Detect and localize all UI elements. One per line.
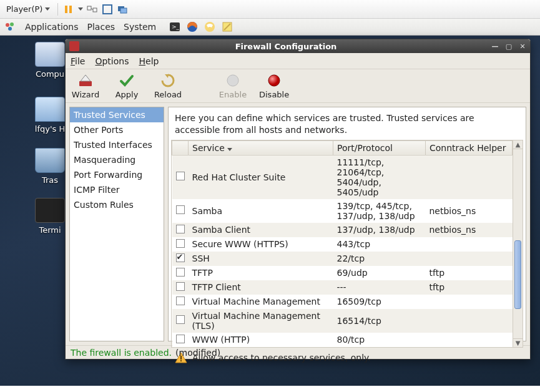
reload-icon [160, 72, 176, 89]
cell-helper: tftp [426, 266, 513, 280]
sidebar-item-icmp-filter[interactable]: ICMP Filter [70, 182, 164, 197]
toolbar: Wizard Apply Reload Enable Disable [66, 69, 530, 103]
svg-point-16 [227, 75, 238, 86]
svg-rect-6 [120, 8, 127, 13]
cell-port: --- [333, 280, 426, 295]
enable-button: Enable [218, 72, 248, 99]
toolbar-label: Reload [154, 90, 182, 99]
table-row[interactable]: Virtual Machine Management16509/tcp [172, 295, 513, 309]
cell-port: 69/udp [333, 266, 426, 280]
table-row[interactable]: WWW (HTTP)80/tcp [172, 333, 513, 347]
wizard-button[interactable]: Wizard [71, 72, 101, 99]
disable-button[interactable]: Disable [259, 72, 289, 99]
toolbar-label: Wizard [72, 90, 99, 99]
service-checkbox[interactable] [176, 172, 185, 180]
cell-service: Samba Client [189, 223, 333, 237]
cell-helper [426, 333, 513, 347]
window-titlebar[interactable]: Firewall Configuration — ▢ ✕ [66, 39, 530, 53]
menu-help[interactable]: Help [139, 56, 159, 66]
service-checkbox[interactable] [176, 205, 185, 214]
status-enabled: The firewall is enabled. [71, 348, 172, 358]
services-table: Service Port/Protocol Conntrack Helper R… [172, 140, 513, 347]
sidebar-item-custom-rules[interactable]: Custom Rules [70, 197, 164, 212]
player-menu[interactable]: Player(P) [4, 3, 52, 15]
menubar: File Options Help [66, 53, 530, 69]
firefox-icon[interactable] [186, 21, 199, 33]
enable-light-icon [225, 72, 241, 89]
vertical-scrollbar[interactable]: ▲ ▼ [513, 140, 523, 347]
panel-menu-applications[interactable]: Applications [25, 22, 79, 32]
menu-file[interactable]: File [71, 56, 85, 66]
toolbar-divider [57, 3, 58, 16]
cell-service: Secure WWW (HTTPS) [189, 237, 333, 252]
terminal-icon[interactable]: >_ [169, 21, 181, 33]
window-close-button[interactable]: ✕ [516, 41, 529, 51]
service-checkbox[interactable] [176, 335, 185, 343]
chevron-down-icon [227, 148, 232, 151]
cell-service: Samba [189, 199, 333, 223]
service-checkbox[interactable] [176, 315, 185, 324]
scroll-up-arrow-icon[interactable]: ▲ [513, 140, 523, 149]
sidebar-item-trusted-services[interactable]: Trusted Services [70, 107, 164, 122]
service-checkbox[interactable] [176, 296, 185, 305]
sidebar-item-trusted-interfaces[interactable]: Trusted Interfaces [70, 137, 164, 152]
fullscreen-icon[interactable] [102, 4, 113, 15]
window-maximize-button[interactable]: ▢ [503, 41, 515, 51]
cell-service: Red Hat Cluster Suite [189, 155, 333, 199]
panel-menu-system[interactable]: System [124, 22, 156, 32]
cell-port: 16514/tcp [333, 309, 426, 333]
table-row[interactable]: Samba139/tcp, 445/tcp, 137/udp, 138/udpn… [172, 199, 513, 223]
cell-port: 80/tcp [333, 333, 426, 347]
svg-rect-2 [87, 6, 91, 10]
svg-text:>_: >_ [172, 24, 180, 30]
col-check[interactable] [172, 140, 189, 155]
chevron-down-icon[interactable] [78, 7, 83, 11]
svg-rect-0 [65, 6, 67, 13]
col-port[interactable]: Port/Protocol [333, 140, 426, 155]
help-icon[interactable] [204, 21, 216, 33]
pause-icon[interactable] [63, 4, 74, 15]
sidebar-item-other-ports[interactable]: Other Ports [70, 122, 164, 137]
table-row[interactable]: Virtual Machine Management (TLS)16514/tc… [172, 309, 513, 333]
cell-service: Virtual Machine Management [189, 295, 333, 309]
scrollbar-thumb[interactable] [514, 240, 521, 309]
unity-icon[interactable] [117, 4, 128, 15]
table-row[interactable]: SSH22/tcp [172, 252, 513, 266]
service-checkbox[interactable] [176, 225, 185, 233]
panel-menu-places[interactable]: Places [87, 22, 115, 32]
table-row[interactable]: Secure WWW (HTTPS)443/tcp [172, 237, 513, 252]
disable-light-icon [266, 72, 282, 89]
sidebar-item-masquerading[interactable]: Masquerading [70, 152, 164, 167]
service-checkbox[interactable] [176, 268, 185, 277]
services-table-scroll[interactable]: Service Port/Protocol Conntrack Helper R… [172, 140, 513, 347]
window-minimize-button[interactable]: — [489, 41, 501, 51]
table-row[interactable]: TFTP69/udptftp [172, 266, 513, 280]
cell-service: WWW (HTTP) [189, 333, 333, 347]
scroll-down-arrow-icon[interactable]: ▼ [513, 338, 523, 347]
col-service[interactable]: Service [189, 140, 333, 155]
reload-button[interactable]: Reload [153, 72, 183, 99]
service-checkbox[interactable] [176, 282, 185, 291]
distributor-logo-icon[interactable] [4, 21, 16, 33]
menu-options[interactable]: Options [95, 56, 129, 66]
sidebar-item-port-forwarding[interactable]: Port Forwarding [70, 167, 164, 182]
notes-icon[interactable] [221, 21, 233, 33]
cell-port: 139/tcp, 445/tcp, 137/udp, 138/udp [333, 199, 426, 223]
service-checkbox[interactable] [176, 253, 185, 262]
table-row[interactable]: Samba Client137/udp, 138/udpnetbios_ns [172, 223, 513, 237]
chevron-down-icon [45, 7, 50, 11]
col-helper[interactable]: Conntrack Helper [426, 140, 513, 155]
apply-button[interactable]: Apply [112, 72, 142, 99]
vmware-player-bar: Player(P) [0, 0, 540, 19]
cell-service: Virtual Machine Management (TLS) [189, 309, 333, 333]
table-row[interactable]: Red Hat Cluster Suite11111/tcp, 21064/tc… [172, 155, 513, 199]
workspace: Trusted Services Other Ports Trusted Int… [66, 103, 530, 345]
table-row[interactable]: TFTP Client---tftp [172, 280, 513, 295]
service-checkbox[interactable] [176, 239, 185, 248]
cell-service: TFTP [189, 266, 333, 280]
cell-helper [426, 309, 513, 333]
send-keys-icon[interactable] [87, 4, 98, 15]
window-title: Firewall Configuration [83, 42, 489, 51]
svg-point-7 [6, 23, 9, 27]
svg-rect-15 [79, 81, 92, 86]
